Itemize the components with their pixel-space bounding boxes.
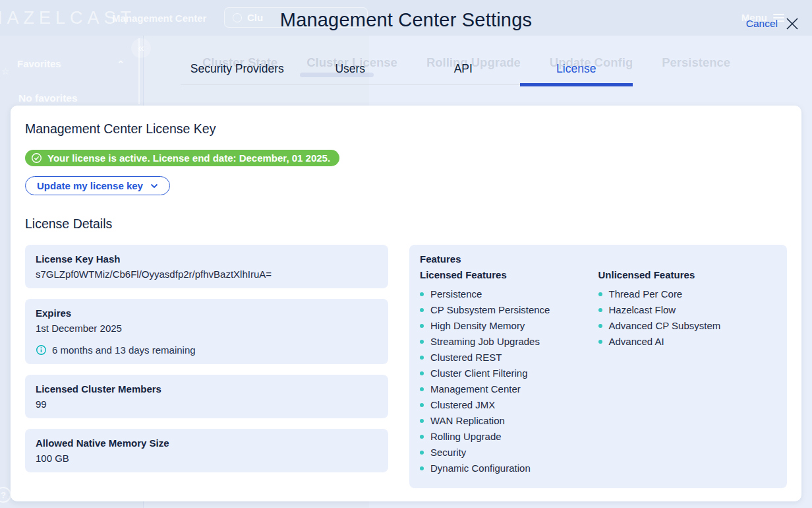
feature-label: Security	[430, 445, 466, 460]
feature-item-wan-replication: WAN Replication	[420, 413, 598, 429]
bullet-icon	[420, 403, 424, 407]
feature-item-hazelcast-flow: Hazelcast Flow	[598, 302, 777, 318]
licensed-features-list: PersistenceCP Subsystem PersistenceHigh …	[420, 286, 598, 476]
tab-label-security-providers: Security Providers	[190, 62, 284, 75]
bullet-icon	[598, 324, 602, 328]
info-icon	[36, 344, 47, 356]
feature-label: Thread Per Core	[609, 286, 683, 302]
feature-label: WAN Replication	[430, 413, 505, 429]
no-favorites-label: No favorites	[18, 92, 78, 104]
bullet-icon	[420, 308, 424, 312]
detail-label-allowed-native-memory-size: Allowed Native Memory Size	[36, 437, 378, 449]
detail-card-license-key-hash: License Key Hashs7GLZpf0WTMiz/Cb6Fl/Oyya…	[25, 245, 388, 288]
feature-label: Hazelcast Flow	[609, 302, 676, 318]
detail-label-expires: Expires	[36, 307, 378, 319]
update-license-label: Update my license key	[37, 180, 143, 191]
sidebar-collapse-icon: «	[131, 38, 151, 58]
feature-item-cluster-client-filtering: Cluster Client Filtering	[420, 365, 598, 381]
features-heading: Features	[420, 253, 776, 265]
bullet-icon	[420, 371, 424, 375]
unlicensed-features-heading: Unlicensed Features	[598, 269, 777, 280]
detail-note-text: 6 months and 13 days remaining	[52, 344, 196, 356]
detail-note-expires: 6 months and 13 days remaining	[36, 344, 378, 356]
feature-item-advanced-cp-subsystem: Advanced CP Subsystem	[598, 318, 777, 334]
bullet-icon	[420, 466, 424, 470]
feature-label: Clustered JMX	[430, 397, 495, 413]
close-icon[interactable]	[784, 16, 800, 32]
bullet-icon	[420, 387, 424, 391]
detail-card-allowed-native-memory-size: Allowed Native Memory Size100 GB	[25, 429, 388, 472]
feature-label: Streaming Job Upgrades	[430, 334, 540, 350]
tab-license[interactable]: License	[520, 62, 633, 84]
detail-value-allowed-native-memory-size: 100 GB	[36, 453, 378, 464]
feature-item-management-center: Management Center	[420, 381, 598, 397]
bullet-icon	[420, 356, 424, 360]
license-detail-cards: License Key Hashs7GLZpf0WTMiz/Cb6Fl/Oyya…	[25, 245, 388, 483]
favorites-label: Favorites	[17, 58, 61, 69]
detail-card-licensed-cluster-members: Licensed Cluster Members99	[25, 375, 388, 418]
tab-security-providers[interactable]: Security Providers	[181, 62, 294, 84]
feature-item-clustered-jmx: Clustered JMX	[420, 397, 598, 413]
feature-label: Clustered REST	[430, 350, 502, 365]
feature-item-rolling-upgrade: Rolling Upgrade	[420, 429, 598, 445]
feature-label: Management Center	[430, 381, 521, 397]
cancel-button[interactable]: Cancel	[746, 18, 778, 30]
license-settings-card: Management Center License Key Your licen…	[11, 106, 801, 501]
detail-card-expires: Expires1st December 20256 months and 13 …	[25, 299, 388, 364]
tab-users[interactable]: Users	[294, 62, 407, 84]
license-status-text: Your license is active. License end date…	[47, 152, 330, 164]
bullet-icon	[420, 340, 424, 344]
active-tab-underline	[520, 83, 633, 86]
feature-label: Rolling Upgrade	[430, 429, 502, 445]
tab-api[interactable]: API	[407, 62, 520, 84]
feature-label: High Density Memory	[430, 318, 525, 334]
star-icon: ☆	[1, 66, 10, 77]
feature-item-thread-per-core: Thread Per Core	[598, 286, 777, 302]
favorites-section: Favorites ⌃	[17, 58, 125, 69]
feature-label: Advanced AI	[609, 334, 664, 350]
feature-label: Advanced CP Subsystem	[609, 318, 721, 334]
license-status-badge: Your license is active. License end date…	[25, 150, 339, 166]
feature-label: CP Subsystem Persistence	[430, 302, 550, 318]
chevron-down-icon	[150, 183, 158, 189]
tab-label-api: API	[454, 62, 473, 75]
license-key-heading: Management Center License Key	[25, 121, 787, 137]
screen: HAZELCAST Management Center Clu 6.0 Menu…	[0, 0, 812, 508]
license-details-heading: License Details	[25, 216, 787, 232]
feature-item-persistence: Persistence	[420, 286, 598, 302]
check-circle-icon	[31, 152, 42, 164]
tab-label-users: Users	[335, 62, 365, 75]
feature-item-cp-subsystem-persistence: CP Subsystem Persistence	[420, 302, 598, 318]
bullet-icon	[598, 308, 602, 312]
feature-label: Cluster Client Filtering	[430, 365, 528, 381]
chevron-up-icon: ⌃	[117, 59, 125, 69]
detail-value-license-key-hash: s7GLZpf0WTMiz/Cb6Fl/Oyyasdfp2r/pfhvBaztX…	[36, 269, 378, 280]
sidebar-scrollbar	[138, 38, 140, 104]
feature-item-streaming-job-upgrades: Streaming Job Upgrades	[420, 334, 598, 350]
feature-label: Persistence	[430, 286, 482, 302]
tab-label-license: License	[556, 62, 596, 75]
help-icon: ?	[0, 487, 11, 503]
unlicensed-features-list: Thread Per CoreHazelcast FlowAdvanced CP…	[598, 286, 777, 350]
feature-item-security: Security	[420, 445, 598, 460]
feature-item-advanced-ai: Advanced AI	[598, 334, 777, 350]
bullet-icon	[420, 292, 424, 296]
bullet-icon	[420, 419, 424, 423]
update-license-button[interactable]: Update my license key	[25, 176, 170, 195]
features-card: Features Licensed Features PersistenceCP…	[409, 245, 787, 488]
detail-label-license-key-hash: License Key Hash	[36, 253, 378, 265]
feature-item-dynamic-configuration: Dynamic Configuration	[420, 460, 598, 476]
bullet-icon	[598, 340, 602, 344]
settings-tabs: Security ProvidersUsersAPILicense	[181, 62, 633, 85]
feature-item-clustered-rest: Clustered REST	[420, 350, 598, 365]
bullet-icon	[420, 451, 424, 455]
detail-value-expires: 1st December 2025	[36, 323, 378, 334]
feature-item-high-density-memory: High Density Memory	[420, 318, 598, 334]
feature-label: Dynamic Configuration	[430, 460, 531, 476]
licensed-features-heading: Licensed Features	[420, 269, 598, 280]
detail-value-licensed-cluster-members: 99	[36, 398, 378, 410]
bullet-icon	[420, 435, 424, 439]
bullet-icon	[420, 324, 424, 328]
background-tab-persistence: Persistence	[662, 55, 730, 70]
page-title: Management Center Settings	[0, 9, 812, 31]
